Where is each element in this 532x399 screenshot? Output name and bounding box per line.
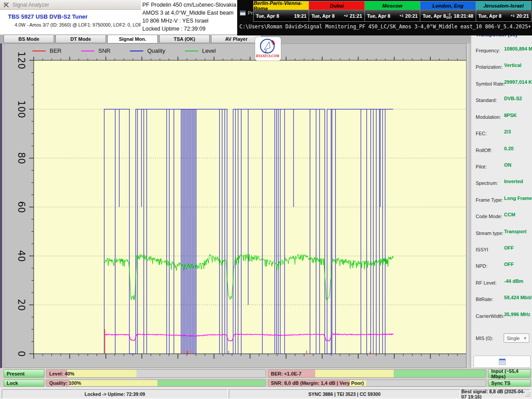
tp-label: ISSYI [476, 247, 488, 252]
mis-selected-value: Single [507, 336, 520, 341]
legend-item-quality: Quality [130, 47, 165, 54]
tp-label: RF Level: [476, 280, 497, 286]
clock-city-label: London, Eng [420, 1, 475, 10]
clock-date: Tue, Apr 8 [422, 13, 446, 19]
tab-av-player[interactable]: AV Player [211, 35, 262, 43]
info-line-4: Locked Uptime : 72:39:09 [142, 25, 237, 33]
bar-segment [315, 370, 394, 377]
clock-city-label: Berlin-Paris-Vienna-Roma [254, 1, 309, 10]
app-icon [3, 2, 9, 8]
tp-row-codemode: Code Mode:CCM [476, 212, 502, 219]
status-badge-lock: Lock [4, 379, 44, 387]
clock-moscow: MoscowTue, Apr 8+120:21 [365, 1, 420, 21]
bar-label: Quality: 100% [49, 380, 81, 386]
status-badge-sync: Sync TS [488, 379, 531, 387]
transport-stream-button[interactable] [473, 356, 531, 368]
legend-item-ber: BER [32, 47, 62, 54]
tp-value: 35,996 MHz [504, 312, 530, 317]
tp-label: Frequency: [476, 48, 500, 53]
tab-dt-mode[interactable]: DT Mode [55, 35, 106, 43]
tp-row-issyi: ISSYIOFF [476, 245, 488, 252]
bar-label: Level: 40% [49, 371, 74, 376]
console-window: Pri Berlin-Paris-Vienna-RomaTue, Apr 819… [237, 0, 532, 35]
tp-row-spectrum: Spectrum:Inverted [476, 179, 498, 186]
status-bar-quality: Quality: 100% [46, 379, 266, 387]
y-axis-tick-label: 0 [16, 351, 27, 356]
clock-time: 20:21 [405, 13, 418, 19]
tuner-subtitle: 4.0W - Amos 3/7 (ID: 3560) @ LOF1: 97500… [15, 22, 154, 27]
bar-label: BER: <1.0E-7 [271, 371, 301, 376]
legend-label: BER [50, 47, 62, 54]
clock-date: Tue, Apr 8 [367, 13, 391, 19]
tp-label: NPD: [476, 263, 487, 269]
logo-text: DXSATCS.COM [256, 55, 279, 58]
tab-tsa-ok-[interactable]: TSA (OK) [159, 35, 210, 43]
mis-dropdown[interactable]: Single ▼ [504, 333, 529, 343]
status-bar-level: Level: 40% [46, 369, 266, 378]
tp-label: Modulation: [476, 114, 501, 120]
clock-city-label: Moscow [365, 1, 420, 10]
transponder-panel: Transponder [0s] Frequency:10805,894 MHz… [471, 35, 532, 368]
y-axis-tick-label: 60 [16, 201, 27, 213]
y-axis-tick-label: 120 [16, 51, 27, 69]
bar-label: SNR: 8,0 dB (Margin: 1,4 dB | Very Poor) [271, 380, 364, 386]
clock-time: 19:21 [294, 13, 306, 19]
tp-value: 0.20 [504, 146, 513, 151]
legend-swatch [32, 51, 46, 51]
clock-jerusalem-israel: Jerusalem-IsraelTue, Apr 8+120:21 [476, 1, 531, 21]
tp-value: 8PSK [504, 113, 517, 118]
status-badge-input: Input (~55,4 Mbps) [488, 369, 531, 378]
signal-plot: 020406080100120 [4, 44, 466, 368]
bar-segment [157, 380, 266, 386]
tp-label: Symbol Rate: [476, 81, 505, 86]
app-titlebar: Signal Analyzer [0, 0, 141, 10]
clock-time-row: Tue, Apr 8-1DST18:21:48 [420, 10, 475, 21]
info-overlay: PF Prodelin 450 cm/Lučenec-SlovakiaAMOS … [141, 0, 237, 35]
clock-time-row: Tue, Apr 8+120:21 [365, 10, 420, 21]
tp-row-standard: Standard:DVB-S2 [476, 96, 497, 103]
stream-list-icon [499, 359, 506, 365]
clock-utc-offset: +1 [511, 14, 515, 18]
legend-item-level: Level [185, 47, 216, 54]
tp-label: RollOff: [476, 148, 492, 153]
dxsatcs-logo: DXSATCS.COM [255, 37, 281, 61]
tp-value: 2/3 [504, 129, 511, 134]
tp-value: CCM [504, 212, 515, 217]
clock-time-row: Tue, Apr 819:21 [254, 10, 309, 21]
bar-segment [67, 370, 137, 377]
tp-row-frequency: Frequency:10805,894 MHz [476, 46, 500, 53]
legend-label: Level [202, 47, 216, 54]
resize-grip[interactable] [525, 391, 531, 398]
tp-row-pilot: Pilot:ON [476, 162, 486, 169]
legend-swatch [130, 51, 143, 51]
y-axis-tick-label: 80 [16, 152, 27, 164]
y-axis-tick-label: 20 [16, 299, 27, 311]
window-frame-edge [0, 43, 2, 368]
status-sync-counters: SYNC 3886 | TEI 3523 | CC 59300 [229, 389, 460, 399]
tp-label: Pilot: [476, 164, 486, 169]
tp-label: Spectrum: [476, 180, 498, 186]
bar-segment [366, 380, 486, 386]
clock-date: Tue, Apr 8 [256, 13, 279, 19]
clock-date: Tue, Apr 8 [478, 13, 502, 19]
clock-berlin-paris-vienna-roma: Berlin-Paris-Vienna-RomaTue, Apr 819:21 [254, 1, 309, 21]
info-line-3: 10 806 MHz-V : YES Israel [142, 17, 237, 25]
tp-row-polarization: Polarization:Vertical [476, 63, 503, 70]
tp-label: Frame Type: [476, 197, 503, 203]
clock-time-row: Tue, Apr 8+221:21 [309, 10, 364, 21]
console-icon [240, 11, 246, 16]
tp-label: Polarization: [476, 64, 503, 70]
clock-utc-offset: -1DST [446, 13, 452, 19]
status-bar-snr: SNR: 8,0 dB (Margin: 1,4 dB | Very Poor) [268, 379, 486, 387]
tab-bs-mode[interactable]: BS Mode [4, 35, 54, 43]
clock-date: Tue, Apr 8 [311, 13, 335, 19]
clock-utc-offset: +2 [344, 14, 348, 18]
bar-segment [69, 380, 157, 386]
tp-value: OFF [504, 245, 514, 250]
mis-label: MIS (0): [476, 336, 493, 341]
legend-swatch [185, 51, 198, 51]
tab-signal-mon-[interactable]: Signal Mon. [107, 35, 158, 43]
clock-time-row: Tue, Apr 8+120:21 [476, 10, 531, 21]
tp-value: 10805,894 MHz [504, 46, 532, 51]
status-best-signal: Best signal: 8,8 dB (2025-04-07 19:16) [461, 389, 530, 399]
